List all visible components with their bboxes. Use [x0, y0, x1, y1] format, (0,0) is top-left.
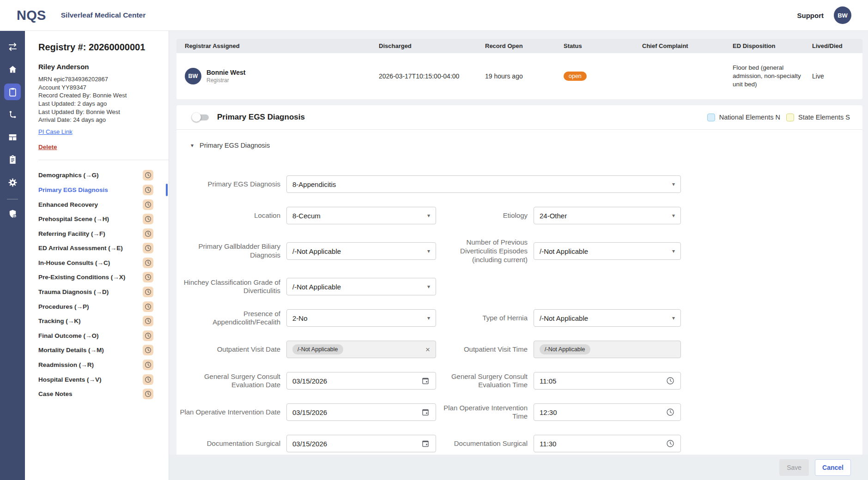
pending-clock-icon[interactable]	[143, 258, 153, 268]
clipboard-icon[interactable]	[4, 84, 21, 100]
registrar-avatar: BW	[185, 68, 201, 84]
form-row: Primary EGS Diagnosis8-Appendicitis▾	[176, 175, 862, 193]
section-nav-label: Case Notes	[38, 390, 73, 397]
section-nav-item-pre-existing-conditions-x[interactable]: Pre-Existing Conditions (→X)	[38, 270, 153, 285]
field-label: Etiology	[442, 211, 528, 220]
admin-shield-icon[interactable]	[4, 205, 21, 222]
section-nav-label: Prehospital Scene (→H)	[38, 216, 109, 222]
section-nav-item-primary-egs-diagnosis[interactable]: Primary EGS Diagnosis	[38, 183, 153, 198]
pending-clock-icon[interactable]	[143, 199, 153, 210]
legend-national-label: National Elements N	[719, 114, 780, 121]
clock-icon[interactable]	[666, 439, 675, 448]
pending-clock-icon[interactable]	[143, 272, 153, 282]
home-icon[interactable]	[4, 61, 21, 78]
pending-clock-icon[interactable]	[143, 185, 153, 195]
etiology-select[interactable]: 24-Other▾	[534, 207, 681, 224]
section-nav-item-prehospital-scene-h[interactable]: Prehospital Scene (→H)	[38, 212, 153, 227]
clock-icon[interactable]	[666, 376, 675, 385]
dropdown-caret-icon: ▾	[672, 212, 675, 219]
clear-icon[interactable]: ×	[425, 346, 430, 354]
section-nav-label: Enhanced Recovery	[38, 201, 98, 208]
pending-clock-icon[interactable]	[143, 243, 153, 253]
plan-operative-intervention-date-field[interactable]: 03/15/2026	[286, 403, 436, 421]
pending-clock-icon[interactable]	[143, 345, 153, 355]
legend-state-label: State Elements S	[798, 114, 850, 121]
section-nav-item-ed-arrival-assessment-e[interactable]: ED Arrival Assessment (→E)	[38, 241, 153, 256]
transfer-icon[interactable]	[4, 38, 21, 55]
section-title: Primary EGS Diagnosis	[217, 113, 305, 122]
calendar-icon[interactable]	[421, 376, 430, 385]
outpatient-visit-time-field[interactable]: /-Not Applicable	[534, 341, 681, 358]
dropdown-caret-icon: ▾	[672, 248, 675, 254]
documentation-surgical-field[interactable]: 03/15/2026	[286, 435, 436, 452]
pending-clock-icon[interactable]	[143, 287, 153, 297]
section-nav-item-tracking-k[interactable]: Tracking (→K)	[38, 314, 153, 329]
support-link[interactable]: Support	[797, 12, 824, 19]
outpatient-visit-date-field[interactable]: /-Not Applicable×	[286, 341, 436, 358]
encounter-table: Registrar AssignedDischargedRecord OpenS…	[176, 39, 862, 99]
section-nav-item-procedures-p[interactable]: Procedures (→P)	[38, 299, 153, 314]
settings-icon[interactable]	[4, 174, 21, 191]
pending-clock-icon[interactable]	[143, 330, 153, 341]
cancel-button[interactable]: Cancel	[815, 459, 851, 476]
pending-clock-icon[interactable]	[143, 316, 153, 326]
field-label: Type of Hernia	[442, 314, 528, 323]
value-chip: /-Not Applicable	[540, 344, 590, 354]
general-surgery-consult-evaluation-time-field[interactable]: 11:05	[534, 372, 681, 390]
section-nav-item-final-outcome-o[interactable]: Final Outcome (→O)	[38, 329, 153, 343]
type-of-hernia-select[interactable]: /-Not Applicable▾	[534, 309, 681, 327]
general-surgery-consult-evaluation-date-field[interactable]: 03/15/2026	[286, 372, 436, 390]
hinchey-classification-grade-of-diverticulitis-select[interactable]: /-Not Applicable▾	[286, 278, 436, 295]
clock-icon[interactable]	[666, 408, 675, 417]
patient-detail: Arrival Date: 24 days ago	[38, 116, 169, 124]
form-row: Location8-Cecum▾Etiology24-Other▾	[176, 207, 862, 224]
table-icon[interactable]	[4, 129, 21, 145]
pending-clock-icon[interactable]	[143, 170, 153, 180]
dropdown-caret-icon: ▾	[427, 212, 430, 219]
section-nav-label: ED Arrival Assessment (→E)	[38, 245, 123, 252]
section-nav-label: Readmission (→R)	[38, 361, 94, 368]
field-label: Documentation Surgical	[442, 439, 528, 448]
app-body: Registry #: 20260000001 Riley Anderson M…	[0, 31, 868, 480]
column-header-registrar-assigned: Registrar Assigned	[176, 42, 379, 49]
section-nav-item-mortality-details-m[interactable]: Mortality Details (→M)	[38, 343, 153, 358]
user-avatar[interactable]: BW	[834, 6, 851, 24]
route-icon[interactable]	[4, 106, 21, 123]
pi-case-link[interactable]: PI Case Link	[38, 128, 73, 135]
location-select[interactable]: 8-Cecum▾	[286, 207, 436, 224]
pending-clock-icon[interactable]	[143, 389, 153, 399]
section-nav-label: Tracking (→K)	[38, 318, 81, 324]
subsection-header[interactable]: ▾ Primary EGS Diagnosis	[176, 130, 862, 149]
primary-gallbladder-biliary-diagnosis-select[interactable]: /-Not Applicable▾	[286, 242, 436, 260]
primary-egs-diagnosis-select[interactable]: 8-Appendicitis▾	[286, 175, 681, 193]
section-nav-item-enhanced-recovery[interactable]: Enhanced Recovery	[38, 197, 153, 212]
pending-clock-icon[interactable]	[143, 228, 153, 239]
dropdown-caret-icon: ▾	[672, 315, 675, 321]
section-nav-item-demographics-g[interactable]: Demographics (→G)	[38, 168, 153, 183]
documentation-surgical-field[interactable]: 11:30	[534, 435, 681, 452]
calendar-icon[interactable]	[421, 439, 430, 448]
section-nav-item-trauma-diagnosis-d[interactable]: Trauma Diagnosis (→D)	[38, 285, 153, 300]
section-nav-item-in-house-consults-c[interactable]: In-House Consults (→C)	[38, 256, 153, 270]
tasks-icon[interactable]	[4, 151, 21, 168]
section-nav-item-hospital-events-v[interactable]: Hospital Events (→V)	[38, 372, 153, 387]
pending-clock-icon[interactable]	[143, 301, 153, 312]
section-toggle[interactable]	[192, 113, 209, 122]
plan-operative-intervention-time-field[interactable]: 12:30	[534, 403, 681, 421]
section-nav-item-referring-facility-f[interactable]: Referring Facility (→F)	[38, 226, 153, 241]
pending-clock-icon[interactable]	[143, 360, 153, 370]
patient-detail: Account YY89347	[38, 84, 169, 92]
main-content: Registrar AssignedDischargedRecord OpenS…	[169, 31, 868, 480]
form-row: General Surgery Consult Evaluation Date0…	[176, 372, 862, 390]
presence-of-appendicolith-fecalith-select[interactable]: 2-No▾	[286, 309, 436, 327]
action-bar: Save Cancel	[169, 455, 868, 480]
section-nav-item-case-notes[interactable]: Case Notes	[38, 387, 153, 402]
section-nav-item-readmission-r[interactable]: Readmission (→R)	[38, 358, 153, 372]
pending-clock-icon[interactable]	[143, 374, 153, 385]
save-button[interactable]: Save	[779, 459, 809, 476]
delete-link[interactable]: Delete	[38, 144, 57, 150]
number-of-previous-diverticulitis-episodes-including-current-select[interactable]: /-Not Applicable▾	[534, 242, 681, 260]
calendar-icon[interactable]	[421, 408, 430, 417]
encounter-row[interactable]: BW Bonnie West Registrar 2026-03-17T10:1…	[176, 53, 862, 99]
pending-clock-icon[interactable]	[143, 214, 153, 224]
